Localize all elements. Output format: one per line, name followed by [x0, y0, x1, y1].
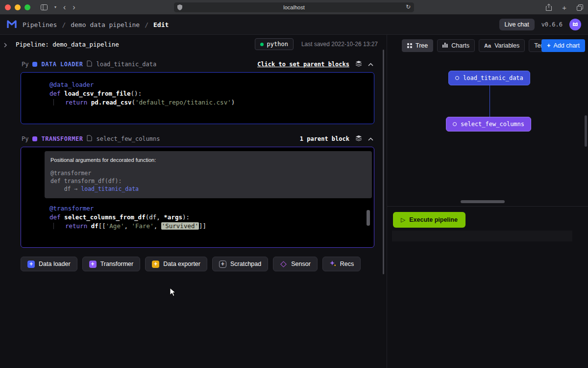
python-status-dot [260, 43, 264, 46]
language-label: Py [22, 61, 28, 68]
block-status-ring-icon [453, 122, 457, 126]
add-scratchpad-button[interactable]: Scratchpad [212, 257, 268, 271]
new-tab-icon[interactable]: + [562, 4, 566, 11]
tree-node-select-few-columns[interactable]: select_few_columns [446, 117, 531, 131]
breadcrumb-separator [62, 21, 66, 28]
stack-icon[interactable] [355, 135, 362, 143]
plus-icon [152, 261, 159, 268]
block-name[interactable]: load_titanic_data [96, 61, 156, 68]
last-saved-label: Last saved 2022-10-26 13:27 [301, 41, 378, 48]
parent-block-count[interactable]: 1 parent block [300, 135, 349, 142]
sidebar-dropdown-icon[interactable]: ▾ [54, 5, 56, 9]
tab-tree[interactable]: Tree [402, 39, 433, 52]
breadcrumb-current-edit: Edit [153, 21, 169, 28]
share-icon[interactable] [546, 4, 552, 11]
tree-edge-connector [490, 85, 490, 117]
pipeline-editor-panel: Pipeline: demo_data_pipeline python Last… [12, 35, 387, 368]
block-status-ring-icon [455, 76, 459, 80]
window-controls [5, 4, 30, 10]
info-code: @transformerdef transform_df(df): df → l… [50, 169, 366, 193]
add-chart-button[interactable]: Add chart [541, 39, 585, 52]
breadcrumb-separator [145, 21, 148, 28]
add-block-row: Data loader Transformer Data exporter Sc… [21, 257, 387, 271]
add-data-exporter-button[interactable]: Data exporter [145, 257, 207, 271]
plus-icon [547, 42, 550, 49]
breadcrumb-pipeline-name[interactable]: demo data pipeline [71, 21, 140, 28]
tree-grid-icon [407, 43, 412, 48]
add-sensor-button[interactable]: Sensor [273, 257, 318, 271]
add-transformer-button[interactable]: Transformer [82, 257, 141, 271]
pipeline-title: Pipeline: demo_data_pipeline [16, 41, 119, 48]
sparkle-icon [329, 260, 336, 268]
collapse-block-icon[interactable] [368, 61, 373, 68]
avatar[interactable] [569, 19, 581, 30]
tab-variables[interactable]: Variables [479, 39, 525, 52]
mouse-cursor [170, 288, 176, 299]
execute-pipeline-button[interactable]: Execute pipeline [393, 212, 466, 228]
block-type-label[interactable]: TRANSFORMER [41, 135, 83, 142]
sensor-diamond-icon [280, 261, 287, 267]
language-label: Py [22, 135, 28, 142]
block-color-icon [32, 136, 37, 141]
file-icon [87, 135, 92, 143]
plus-icon [89, 261, 97, 268]
live-chat-button[interactable]: Live chat [499, 19, 535, 30]
breadcrumb-pipelines[interactable]: Pipelines [23, 21, 57, 28]
sidebar-vertical-scrollbar[interactable] [585, 115, 587, 147]
code-editor-data-loader[interactable]: @data_loaderdef load_csv_from_file():ret… [21, 72, 374, 124]
forward-button[interactable]: › [73, 3, 75, 11]
shield-icon [177, 4, 182, 10]
output-strip [392, 231, 572, 241]
right-sidebar: Tree Charts Variables Terminal Add chart… [387, 35, 588, 368]
zoom-window-button[interactable] [24, 4, 30, 10]
play-icon [401, 216, 405, 223]
minimize-window-button[interactable] [15, 4, 21, 10]
block-name[interactable]: select_few_columns [96, 135, 160, 142]
set-parent-blocks-link[interactable]: Click to set parent blocks [257, 61, 349, 68]
reload-icon[interactable]: ↻ [406, 3, 411, 10]
url-text: localhost [283, 4, 304, 10]
file-icon [87, 60, 92, 68]
address-bar[interactable]: localhost ↻ [174, 2, 414, 12]
stack-icon[interactable] [355, 60, 362, 68]
transformer-code: @transformerdef select_columns_from_df(d… [49, 204, 372, 231]
sidebar-divider [387, 206, 588, 207]
app-header: Pipelines demo data pipeline Edit Live c… [0, 15, 588, 35]
tree-node-load-titanic-data[interactable]: load_titanic_data [448, 71, 530, 85]
decorator-info-box: Positional arguments for decorated funct… [45, 151, 372, 198]
sidebar-tabs: Tree Charts Variables Terminal [402, 39, 563, 52]
close-window-button[interactable] [5, 4, 11, 10]
block-type-label[interactable]: DATA LOADER [41, 61, 83, 68]
sidebar-toggle-icon[interactable] [41, 4, 48, 10]
collapse-left-panel-icon[interactable] [3, 42, 8, 50]
block-color-icon [32, 62, 37, 67]
plus-icon [27, 261, 35, 268]
plus-icon [219, 261, 226, 268]
tab-charts[interactable]: Charts [437, 39, 475, 52]
language-badge[interactable]: python [255, 38, 294, 50]
block-data-loader: Py DATA LOADER load_titanic_data Click t… [21, 57, 374, 124]
back-button[interactable]: ‹ [63, 3, 66, 11]
version-label: v0.6.6 [541, 21, 563, 28]
info-title: Positional arguments for decorated funct… [50, 156, 366, 164]
code-editor-transformer[interactable]: Positional arguments for decorated funct… [21, 147, 374, 248]
add-data-loader-button[interactable]: Data loader [21, 257, 77, 271]
mage-logo[interactable] [7, 20, 17, 30]
variables-aa-icon [484, 42, 491, 49]
breadcrumb: Pipelines demo data pipeline Edit [23, 21, 169, 28]
block-transformer: Py TRANSFORMER select_few_columns 1 pare… [21, 132, 374, 248]
tree-horizontal-scrollbar[interactable] [461, 200, 505, 203]
browser-chrome: ▾ ‹ › localhost ↻ + [0, 0, 588, 15]
tab-overview-icon[interactable] [577, 4, 583, 11]
collapse-block-icon[interactable] [368, 135, 373, 142]
editor-panel-scrollbar[interactable] [383, 50, 384, 274]
add-recs-button[interactable]: Recs [322, 257, 361, 271]
bar-chart-icon [442, 42, 448, 49]
editor-scrollbar-thumb[interactable] [367, 210, 370, 226]
